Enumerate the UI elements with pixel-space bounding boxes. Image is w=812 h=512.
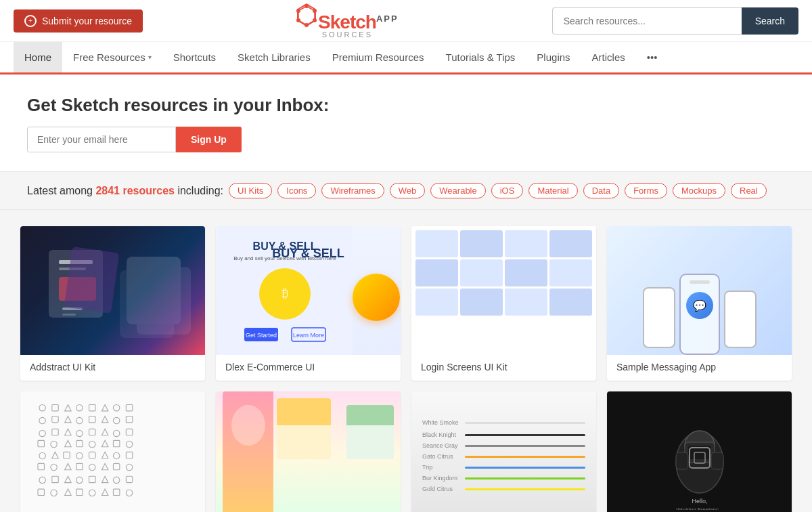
svg-point-72 (89, 464, 95, 470)
nav-item-shortcuts[interactable]: Shortcuts (162, 42, 227, 72)
svg-text:Buy and sell your devices with: Buy and sell your devices with Bitcoin h… (233, 255, 336, 261)
svg-point-82 (113, 477, 119, 483)
svg-rect-38 (52, 416, 58, 422)
grid-row-2: White Smoke Black Knight Seance Gray Gat… (20, 391, 792, 512)
svg-marker-81 (102, 476, 108, 482)
svg-rect-73 (113, 463, 119, 469)
svg-point-88 (89, 490, 95, 496)
phone-large: 💬 (679, 274, 720, 355)
svg-point-66 (113, 452, 119, 458)
dlex-preview: BUY & SELL Buy and sell your devices wit… (217, 226, 353, 355)
phone-small-2 (724, 291, 757, 348)
icons-grid-preview (27, 398, 198, 512)
card-dark[interactable]: Hello, Working Freelanc... (607, 391, 792, 512)
nav-item-sketch-libraries[interactable]: Sketch Libraries (227, 42, 321, 72)
email-input[interactable] (27, 127, 176, 152)
tag-wireframes[interactable]: Wireframes (321, 183, 384, 198)
card-image-messaging: 💬 (607, 226, 792, 355)
submit-resource-button[interactable]: + Submit your resource (14, 9, 143, 33)
svg-line-10 (298, 20, 307, 25)
svg-rect-17 (62, 314, 76, 316)
svg-rect-96 (676, 452, 688, 469)
nav-item-more[interactable]: ••• (636, 42, 669, 72)
svg-marker-54 (65, 440, 71, 446)
logo: SketchAPP SOURCES (296, 3, 399, 39)
svg-rect-40 (89, 416, 95, 422)
card-image-typography: White Smoke Black Knight Seance Gray Gat… (411, 391, 596, 512)
svg-rect-67 (126, 452, 132, 458)
tag-ui-kits[interactable]: UI Kits (229, 183, 272, 198)
card-image-dlex: BUY & SELL Buy and sell your devices wit… (216, 226, 401, 355)
card-image-magazine (216, 391, 401, 512)
nav-item-tutorials[interactable]: Tutorials & Tips (435, 42, 526, 72)
nav-item-free-resources[interactable]: Free Resources ▾ (62, 42, 162, 72)
tag-web[interactable]: Web (390, 183, 426, 198)
card-title-dlex: Dlex E-Commerce UI (216, 355, 401, 381)
svg-marker-87 (65, 489, 71, 495)
hero-section: Get Sketch resources in your Inbox: Sign… (0, 74, 812, 172)
nav-item-articles[interactable]: Articles (581, 42, 636, 72)
phone-small-1 (643, 287, 675, 348)
tag-wearable[interactable]: Wearable (430, 183, 485, 198)
svg-rect-32 (89, 404, 95, 410)
svg-rect-55 (76, 440, 83, 446)
card-typography[interactable]: White Smoke Black Knight Seance Gray Gat… (411, 391, 596, 512)
dark-preview: Hello, Working Freelanc... (646, 402, 754, 510)
svg-rect-64 (89, 452, 95, 458)
card-image-addstract (20, 226, 205, 355)
svg-point-85 (51, 490, 57, 496)
svg-point-49 (113, 430, 119, 436)
card-dlex[interactable]: BUY & SELL Buy and sell your devices wit… (216, 226, 401, 381)
svg-text:Get Started: Get Started (245, 332, 276, 339)
svg-marker-42 (102, 416, 108, 422)
svg-marker-70 (65, 463, 71, 469)
signup-button[interactable]: Sign Up (176, 127, 242, 152)
svg-rect-77 (52, 476, 58, 482)
card-login[interactable]: Login Screens UI Kit (411, 226, 596, 381)
svg-line-11 (307, 20, 315, 25)
nav-item-plugins[interactable]: Plugins (526, 42, 581, 72)
svg-marker-57 (102, 440, 108, 446)
nav-item-home[interactable]: Home (14, 42, 62, 72)
svg-rect-97 (711, 452, 723, 469)
svg-point-69 (51, 464, 57, 470)
svg-rect-45 (52, 429, 58, 435)
svg-point-36 (39, 417, 45, 423)
svg-rect-68 (38, 463, 44, 469)
search-button[interactable]: Search (742, 7, 798, 35)
card-title-messaging: Sample Messaging App (607, 355, 792, 381)
card-messaging[interactable]: 💬 Sample Messaging App (607, 226, 792, 381)
tag-ios[interactable]: iOS (491, 183, 524, 198)
search-input[interactable] (552, 7, 742, 35)
svg-rect-62 (64, 452, 70, 458)
svg-point-76 (39, 477, 45, 483)
addstract-preview (45, 243, 127, 338)
tags-bar: Latest among 2841 resources including: U… (0, 172, 812, 210)
svg-marker-33 (102, 404, 108, 410)
card-image-dark: Hello, Working Freelanc... (607, 391, 792, 512)
svg-rect-58 (113, 440, 119, 446)
svg-point-79 (76, 477, 83, 483)
svg-text:₿: ₿ (281, 286, 288, 300)
card-title-addstract: Addstract UI Kit (20, 355, 205, 381)
svg-marker-90 (102, 489, 108, 495)
tag-icons[interactable]: Icons (277, 183, 316, 198)
card-addstract[interactable]: Addstract UI Kit (20, 226, 205, 381)
svg-point-56 (89, 441, 95, 447)
card-magazine[interactable] (216, 391, 401, 512)
search-area: Search (552, 7, 798, 35)
grid-row-1: Addstract UI Kit BUY & SELL Buy and sell… (20, 226, 792, 381)
tag-real[interactable]: Real (731, 183, 767, 198)
tag-material[interactable]: Material (528, 183, 577, 198)
resources-grid: Addstract UI Kit BUY & SELL Buy and sell… (0, 210, 812, 512)
svg-marker-74 (102, 463, 108, 469)
card-icons-sheet[interactable] (20, 391, 205, 512)
tag-data[interactable]: Data (583, 183, 619, 198)
submit-button-label: Submit your resource (42, 16, 132, 26)
svg-point-75 (126, 464, 132, 470)
tag-forms[interactable]: Forms (625, 183, 667, 198)
nav-item-premium-resources[interactable]: Premium Resources (321, 42, 435, 72)
dropdown-arrow: ▾ (148, 54, 152, 61)
tag-mockups[interactable]: Mockups (673, 183, 725, 198)
svg-point-91 (126, 490, 132, 496)
